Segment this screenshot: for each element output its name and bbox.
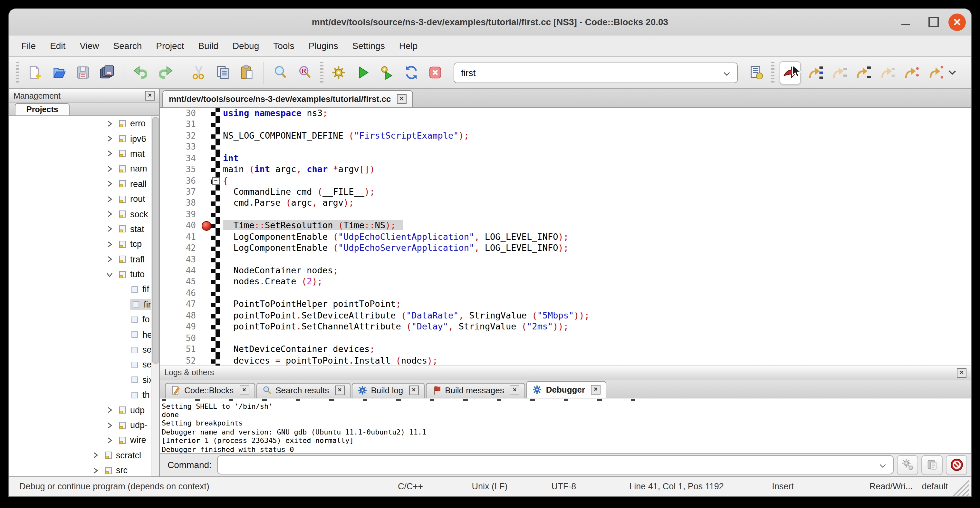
log-tab-code-blocks[interactable]: Code::Blocks× bbox=[165, 382, 255, 397]
menu-view[interactable]: View bbox=[73, 35, 106, 56]
tree-item-trafl[interactable]: trafl bbox=[9, 252, 159, 267]
fold-margin[interactable] bbox=[212, 310, 220, 322]
tree-scrollbar-thumb[interactable] bbox=[152, 117, 159, 364]
breakpoint-margin[interactable] bbox=[201, 209, 212, 220]
step-out-button[interactable] bbox=[877, 62, 897, 83]
new-file-button[interactable] bbox=[24, 62, 45, 83]
chevron-right-icon[interactable] bbox=[106, 240, 113, 248]
line-number[interactable]: 49 bbox=[160, 321, 201, 332]
line-number[interactable]: 46 bbox=[160, 288, 201, 299]
tree-item-six[interactable]: six bbox=[9, 372, 159, 387]
breakpoint-margin[interactable] bbox=[201, 186, 212, 197]
menu-debug[interactable]: Debug bbox=[226, 35, 266, 56]
fold-margin[interactable] bbox=[212, 242, 220, 254]
fold-margin[interactable] bbox=[212, 265, 220, 276]
breakpoint-margin[interactable] bbox=[201, 108, 212, 119]
breakpoint-margin[interactable] bbox=[201, 141, 212, 153]
next-line-button[interactable] bbox=[829, 62, 850, 83]
tab-projects[interactable]: Projects bbox=[15, 103, 70, 115]
breakpoint-margin[interactable] bbox=[201, 197, 212, 209]
breakpoint-margin[interactable] bbox=[201, 355, 212, 365]
projects-tree[interactable]: erroipv6matnamreallroutsockstattcptraflt… bbox=[9, 116, 159, 476]
tree-item-mat[interactable]: mat bbox=[9, 147, 159, 161]
chevron-right-icon[interactable] bbox=[106, 119, 113, 127]
line-number[interactable]: 44 bbox=[160, 265, 201, 276]
debugger-log[interactable]: Setting SHELL to '/bin/sh'doneSetting br… bbox=[160, 398, 971, 454]
fold-margin[interactable] bbox=[212, 321, 220, 332]
debugging-windows-button[interactable] bbox=[897, 455, 918, 475]
chevron-right-icon[interactable] bbox=[106, 406, 113, 414]
fold-margin[interactable] bbox=[212, 164, 220, 175]
breakpoint-margin[interactable] bbox=[201, 288, 212, 299]
tree-item-fif[interactable]: fif bbox=[9, 282, 159, 297]
build-target-options-button[interactable] bbox=[746, 62, 766, 83]
log-tab-close-icon[interactable]: × bbox=[591, 385, 600, 394]
breakpoint-margin[interactable] bbox=[201, 153, 212, 164]
line-number[interactable]: 42 bbox=[160, 242, 201, 254]
tree-item-scratcl[interactable]: scratcl bbox=[9, 448, 159, 463]
fold-collapse-icon[interactable]: − bbox=[212, 177, 220, 185]
log-tab-close-icon[interactable]: × bbox=[409, 385, 418, 395]
line-number[interactable]: 33 bbox=[160, 141, 201, 153]
tree-item-fo[interactable]: fo bbox=[9, 312, 159, 327]
code-editor[interactable]: 30using namespace ns3;3132NS_LOG_COMPONE… bbox=[160, 108, 971, 365]
fold-margin[interactable] bbox=[212, 186, 220, 197]
menu-settings[interactable]: Settings bbox=[345, 35, 392, 56]
chevron-right-icon[interactable] bbox=[91, 467, 99, 474]
log-tab-build-messages[interactable]: Build messages× bbox=[426, 382, 525, 397]
fold-margin[interactable] bbox=[212, 288, 220, 299]
line-number[interactable]: 38 bbox=[160, 197, 201, 209]
chevron-right-icon[interactable] bbox=[106, 195, 113, 203]
tree-item-src[interactable]: src bbox=[9, 463, 159, 476]
breakpoint-margin[interactable] bbox=[201, 220, 212, 231]
menu-build[interactable]: Build bbox=[191, 35, 225, 56]
log-tab-debugger[interactable]: Debugger× bbox=[527, 381, 606, 397]
tree-item-se[interactable]: se bbox=[9, 357, 159, 373]
run-button[interactable] bbox=[353, 62, 373, 83]
breakpoint-margin[interactable] bbox=[201, 175, 212, 186]
replace-button[interactable]: R bbox=[295, 62, 315, 83]
tree-item-se[interactable]: se bbox=[9, 342, 159, 357]
tree-item-wire[interactable]: wire bbox=[9, 433, 159, 448]
fold-margin[interactable]: − bbox=[212, 175, 220, 186]
menu-search[interactable]: Search bbox=[106, 35, 149, 56]
line-number[interactable]: 50 bbox=[160, 332, 201, 344]
line-number[interactable]: 36 bbox=[160, 175, 201, 186]
build-target-combo[interactable]: first bbox=[453, 62, 738, 83]
next-instruction-button[interactable] bbox=[901, 62, 922, 83]
toolbar-grip[interactable] bbox=[16, 62, 19, 83]
breakpoint-margin[interactable] bbox=[201, 164, 212, 175]
line-number[interactable]: 35 bbox=[160, 164, 201, 175]
menu-help[interactable]: Help bbox=[392, 35, 425, 56]
redo-button[interactable] bbox=[155, 62, 175, 83]
log-tab-close-icon[interactable]: × bbox=[239, 385, 249, 395]
chevron-right-icon[interactable] bbox=[106, 135, 113, 142]
menu-tools[interactable]: Tools bbox=[266, 35, 301, 56]
tree-item-th[interactable]: th bbox=[9, 387, 159, 403]
fold-margin[interactable] bbox=[212, 299, 220, 310]
run-to-cursor-button[interactable] bbox=[805, 62, 826, 83]
toolbar-grip[interactable] bbox=[320, 62, 323, 83]
chevron-right-icon[interactable] bbox=[106, 436, 113, 444]
line-number[interactable]: 51 bbox=[160, 344, 201, 355]
line-number[interactable]: 31 bbox=[160, 119, 201, 130]
breakpoint-margin[interactable] bbox=[201, 254, 212, 265]
build-button[interactable] bbox=[329, 62, 349, 83]
close-button[interactable]: ✕ bbox=[948, 9, 966, 35]
tree-item-he[interactable]: he bbox=[9, 327, 159, 342]
fold-margin[interactable] bbox=[212, 130, 220, 142]
open-file-button[interactable] bbox=[49, 62, 69, 83]
fold-margin[interactable] bbox=[212, 209, 220, 220]
breakpoint-margin[interactable] bbox=[201, 242, 212, 254]
line-number[interactable]: 45 bbox=[160, 276, 201, 288]
tree-item-sock[interactable]: sock bbox=[9, 207, 159, 222]
management-close-icon[interactable]: × bbox=[145, 91, 154, 100]
breakpoint-margin[interactable] bbox=[201, 276, 212, 288]
fold-margin[interactable] bbox=[212, 108, 220, 119]
menu-project[interactable]: Project bbox=[149, 35, 191, 56]
abort-button[interactable] bbox=[425, 62, 445, 83]
fold-margin[interactable] bbox=[212, 231, 220, 242]
chevron-right-icon[interactable] bbox=[106, 210, 113, 218]
chevron-right-icon[interactable] bbox=[106, 165, 113, 173]
tree-item-tuto[interactable]: tuto bbox=[9, 267, 159, 282]
